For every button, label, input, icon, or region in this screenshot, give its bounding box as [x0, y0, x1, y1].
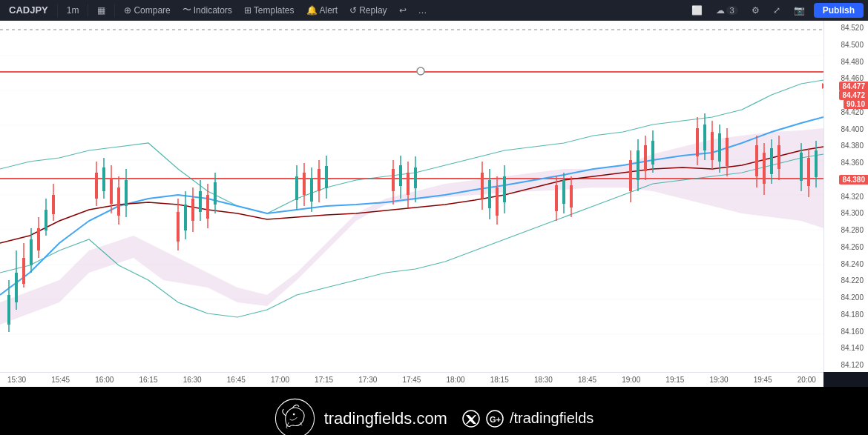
svg-rect-57 — [318, 169, 320, 191]
price-84380: 84.380 — [826, 142, 867, 150]
time-1530: 15:30 — [7, 376, 26, 384]
svg-rect-39 — [177, 212, 180, 242]
svg-rect-113 — [815, 150, 818, 177]
more-button[interactable]: … — [414, 4, 432, 17]
svg-rect-21 — [30, 239, 33, 265]
price-84240: 84.240 — [826, 260, 867, 268]
svg-rect-109 — [800, 153, 803, 181]
svg-rect-65 — [407, 173, 410, 195]
svg-rect-59 — [325, 166, 328, 188]
svg-rect-111 — [807, 158, 810, 186]
svg-rect-107 — [777, 145, 780, 169]
svg-rect-23 — [37, 228, 40, 250]
price-84200: 84.200 — [826, 293, 867, 302]
chart-canvas — [0, 21, 823, 372]
time-1800: 18:00 — [447, 376, 465, 384]
svg-rect-25 — [45, 210, 47, 230]
price-84400: 84.400 — [826, 125, 867, 133]
separator — [57, 4, 58, 17]
svg-rect-15 — [7, 295, 10, 325]
price-84160: 84.160 — [826, 328, 867, 336]
time-1915: 19:15 — [665, 376, 684, 384]
footer-social-links: G+ /tradingfields — [462, 410, 594, 428]
time-1630: 16:30 — [183, 376, 202, 384]
expand-button[interactable]: ⤢ — [769, 4, 785, 17]
expand-icon: ⤢ — [773, 5, 780, 16]
alert-button[interactable]: 🔔 Alert — [302, 4, 343, 17]
current-price-badge-3: 90.10 — [844, 99, 868, 109]
price-84180: 84.180 — [826, 311, 867, 319]
time-1845: 18:45 — [578, 376, 596, 384]
svg-rect-81 — [570, 185, 573, 207]
svg-rect-19 — [22, 258, 25, 284]
time-1600: 16:00 — [95, 376, 114, 384]
publish-button[interactable]: Publish — [814, 3, 864, 18]
indicators-button[interactable]: 〜 Indicators — [178, 2, 237, 18]
price-84140: 84.140 — [826, 344, 867, 352]
price-axis: 84.520 84.500 84.480 84.460 84.440 84.42… — [823, 21, 868, 372]
svg-rect-33 — [110, 178, 113, 204]
svg-marker-10 — [0, 128, 823, 325]
brand-logo — [274, 398, 315, 435]
plus-icon: ⊕ — [124, 5, 131, 16]
time-1815: 18:15 — [490, 376, 509, 384]
replay-button[interactable]: ↺ Replay — [345, 4, 391, 17]
more-icon: … — [418, 5, 427, 16]
time-1745: 17:45 — [402, 376, 421, 384]
svg-point-116 — [275, 399, 314, 435]
templates-button[interactable]: ⊞ Templates — [240, 4, 299, 17]
svg-rect-75 — [503, 176, 506, 202]
chart-area[interactable]: 84.520 84.500 84.480 84.460 84.440 84.42… — [0, 21, 868, 372]
svg-point-117 — [292, 414, 295, 416]
cloud-count: 3 — [726, 6, 738, 15]
footer-handle: /tradingfields — [510, 410, 594, 427]
price-84500: 84.500 — [826, 41, 867, 49]
settings-button[interactable]: ⚙ — [747, 4, 764, 17]
time-1730: 17:30 — [358, 376, 377, 384]
screenshot-button[interactable]: 📷 — [789, 4, 809, 17]
price-84300: 84.300 — [826, 209, 867, 217]
svg-rect-85 — [637, 150, 640, 180]
replay-icon: ↺ — [349, 5, 357, 16]
time-1715: 17:15 — [315, 376, 333, 384]
timeframe-button[interactable]: 1m — [62, 4, 84, 17]
svg-rect-43 — [191, 199, 194, 221]
svg-rect-53 — [303, 173, 306, 195]
compare-button[interactable]: ⊕ Compare — [119, 4, 174, 17]
separator — [88, 4, 88, 17]
svg-rect-69 — [481, 173, 484, 199]
svg-rect-61 — [392, 169, 395, 191]
symbol-label[interactable]: CADJPY — [4, 3, 53, 17]
svg-rect-105 — [770, 148, 773, 174]
svg-rect-95 — [711, 132, 714, 160]
svg-rect-29 — [95, 173, 98, 199]
svg-rect-37 — [125, 180, 128, 206]
svg-rect-101 — [755, 145, 758, 176]
svg-rect-79 — [562, 180, 565, 204]
camera-icon: 📷 — [794, 5, 805, 16]
time-1645: 16:45 — [227, 376, 246, 384]
bars-button[interactable]: ▦ — [93, 4, 110, 17]
svg-text:G+: G+ — [490, 415, 501, 424]
svg-point-114 — [417, 67, 424, 75]
svg-rect-93 — [703, 124, 706, 150]
svg-rect-55 — [310, 178, 313, 202]
price-84360: 84.360 — [826, 159, 867, 167]
price-84420: 84.420 — [826, 108, 867, 116]
toolbar: CADJPY 1m ▦ ⊕ Compare 〜 Indicators ⊞ Tem… — [0, 0, 868, 21]
undo-icon: ↩ — [399, 5, 407, 16]
svg-rect-77 — [555, 185, 558, 211]
time-1900: 19:00 — [622, 376, 640, 384]
time-1930: 19:30 — [710, 376, 729, 384]
bell-icon: 🔔 — [306, 5, 318, 16]
bars-icon: ▦ — [97, 5, 105, 16]
layout-button[interactable]: ⬜ — [687, 4, 707, 17]
undo-button[interactable]: ↩ — [395, 4, 411, 17]
time-1830: 18:30 — [534, 376, 553, 384]
time-1700: 17:00 — [271, 376, 289, 384]
separator — [114, 4, 115, 17]
template-icon: ⊞ — [244, 5, 251, 16]
svg-rect-17 — [15, 273, 18, 302]
price-84320: 84.320 — [826, 193, 867, 201]
cloud-button[interactable]: ☁ 3 — [711, 4, 743, 17]
